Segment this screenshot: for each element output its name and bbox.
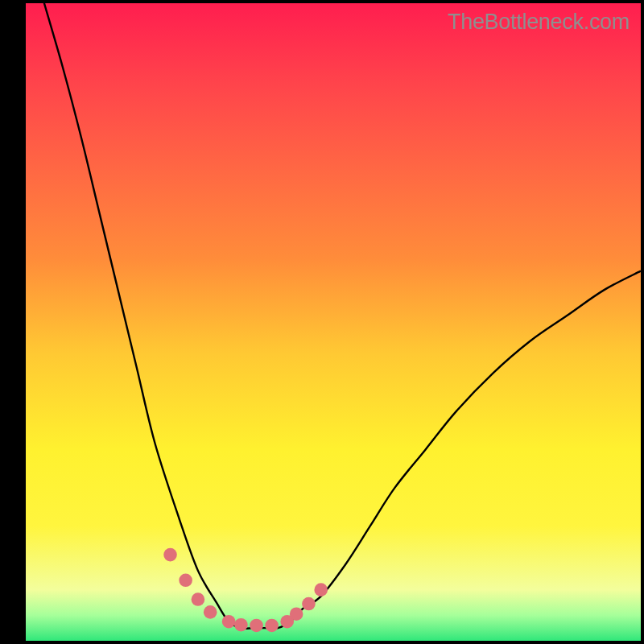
curve-marker (222, 615, 236, 629)
watermark-text: TheBottleneck.com (448, 10, 630, 35)
bottleneck-gradient-plot: TheBottleneck.com (26, 3, 641, 641)
marker-group (163, 548, 328, 633)
curve-marker (192, 592, 205, 606)
curve-marker (179, 573, 192, 587)
curve-marker (234, 618, 248, 632)
curve-marker (163, 548, 177, 562)
curve-marker (290, 607, 303, 621)
bottleneck-curve (26, 3, 641, 629)
curve-marker (314, 583, 328, 597)
curve-marker (250, 619, 263, 633)
curve-canvas (26, 3, 641, 641)
curve-marker (204, 605, 217, 619)
curve-marker (302, 597, 316, 611)
curve-marker (265, 619, 279, 633)
